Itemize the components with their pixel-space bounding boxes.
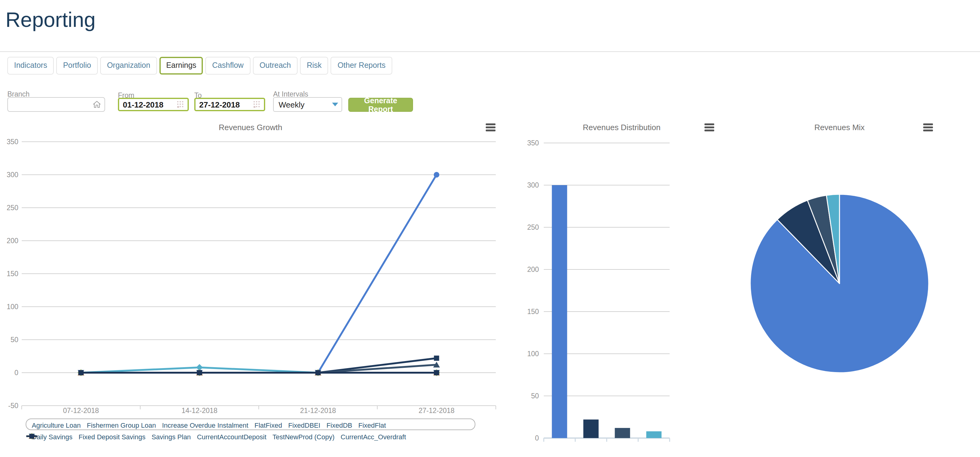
tab-indicators[interactable]: Indicators	[7, 57, 54, 74]
chart-menu-icon[interactable]	[923, 123, 933, 131]
svg-text:200: 200	[527, 266, 539, 274]
bar-plot: 050100150200250300350	[516, 133, 727, 445]
legend-item[interactable]: Fishermen Group Loan	[85, 421, 156, 428]
to-date-field	[194, 98, 265, 111]
branch-field	[7, 97, 105, 112]
legend-item[interactable]: FixedFlat	[356, 421, 386, 428]
pie-plot	[731, 133, 980, 445]
intervals-selected-value: Weekly	[278, 100, 305, 109]
legend-item[interactable]: CurrentAcc_Overdraft	[339, 433, 406, 440]
legend-label: Savings Plan	[151, 433, 191, 440]
legend-item[interactable]: TestNewProd (Copy)	[270, 433, 334, 440]
legend-label: Daily Savings	[32, 433, 72, 440]
svg-text:150: 150	[7, 270, 18, 278]
legend-label: Increase Overdue Instalment	[162, 421, 248, 428]
tab-portfolio[interactable]: Portfolio	[56, 57, 98, 74]
intervals-label: At Intervals	[273, 91, 308, 98]
chart-title: Revenues Growth	[0, 123, 501, 132]
legend-label: FixedFlat	[358, 421, 386, 428]
legend-item[interactable]: CurrentAccountDeposit	[195, 433, 266, 440]
legend-item[interactable]: Agriculture Loan	[30, 421, 81, 428]
page-title: Reporting	[0, 0, 980, 32]
chart-menu-icon[interactable]	[705, 123, 714, 131]
svg-text:50: 50	[10, 336, 18, 344]
legend-item[interactable]: FixedDB	[325, 421, 352, 428]
legend-label: Fixed Deposit Savings	[78, 433, 145, 440]
svg-text:100: 100	[7, 303, 18, 311]
legend-item[interactable]: Increase Overdue Instalment	[160, 421, 248, 428]
svg-text:07-12-2018: 07-12-2018	[63, 407, 99, 414]
svg-text:14-12-2018: 14-12-2018	[181, 407, 218, 414]
tab-outreach[interactable]: Outreach	[253, 57, 298, 74]
svg-text:27-12-2018: 27-12-2018	[418, 407, 455, 414]
intervals-select[interactable]: Weekly	[273, 97, 342, 112]
legend-label: FixedDBEI	[288, 421, 320, 428]
report-filters: Branch From To	[0, 74, 980, 120]
legend-label: FlatFixed	[255, 421, 282, 428]
from-date-field	[118, 98, 189, 111]
chart-title: Revenues Distribution	[516, 123, 727, 132]
legend-label: CurrentAccountDeposit	[197, 433, 266, 440]
tab-other-reports[interactable]: Other Reports	[331, 57, 392, 74]
svg-text:150: 150	[527, 307, 539, 315]
legend-label: Agriculture Loan	[32, 421, 81, 428]
chart-title: Revenues Mix	[731, 123, 948, 132]
home-icon	[92, 100, 102, 109]
report-tabs: Indicators Portfolio Organization Earnin…	[7, 57, 980, 74]
generate-report-button[interactable]: Generate Report	[348, 98, 413, 112]
svg-text:250: 250	[527, 223, 539, 231]
svg-text:50: 50	[531, 392, 539, 400]
legend-label: Fishermen Group Loan	[87, 421, 156, 428]
branch-input[interactable]	[8, 98, 105, 111]
page-header: Reporting	[0, 0, 980, 52]
tab-cashflow[interactable]: Cashflow	[205, 57, 250, 74]
tab-organization[interactable]: Organization	[100, 57, 157, 74]
calendar-icon[interactable]	[253, 100, 261, 108]
chart-menu-icon[interactable]	[486, 123, 495, 131]
reporting-page: Reporting Indicators Portfolio Organizat…	[0, 0, 980, 457]
legend-item[interactable]: FixedDBEI	[286, 421, 320, 428]
tab-risk[interactable]: Risk	[300, 57, 328, 74]
legend-marker-icon	[26, 433, 37, 440]
svg-text:100: 100	[527, 350, 539, 358]
chevron-down-icon	[332, 102, 339, 107]
legend-label: TestNewProd (Copy)	[272, 433, 334, 440]
svg-text:350: 350	[527, 139, 539, 147]
svg-text:-50: -50	[8, 402, 18, 410]
svg-text:21-12-2018: 21-12-2018	[300, 407, 336, 414]
svg-text:300: 300	[7, 171, 18, 179]
line-plot: 350300250200150100500-5007-12-201814-12-…	[0, 133, 501, 418]
legend-label: FixedDB	[326, 421, 352, 428]
revenues-mix-chart: Revenues Mix	[731, 120, 980, 450]
legend-item[interactable]: Savings Plan	[150, 433, 191, 440]
calendar-icon[interactable]	[177, 100, 185, 108]
svg-text:0: 0	[14, 369, 18, 377]
branch-label: Branch	[7, 91, 30, 98]
svg-text:350: 350	[7, 138, 18, 146]
chart-legend: Agriculture LoanFishermen Group LoanIncr…	[25, 419, 475, 430]
revenues-distribution-chart: Revenues Distribution 050100150200250300…	[516, 120, 727, 450]
legend-label: CurrentAcc_Overdraft	[340, 433, 406, 440]
tab-earnings[interactable]: Earnings	[159, 57, 203, 74]
legend-item[interactable]: FlatFixed	[253, 421, 282, 428]
svg-text:0: 0	[535, 434, 539, 442]
svg-text:200: 200	[7, 237, 18, 245]
svg-text:300: 300	[527, 181, 539, 189]
legend-item[interactable]: Fixed Deposit Savings	[77, 433, 145, 440]
svg-text:250: 250	[7, 204, 18, 212]
revenues-growth-chart: Revenues Growth 350300250200150100500-50…	[0, 120, 501, 450]
